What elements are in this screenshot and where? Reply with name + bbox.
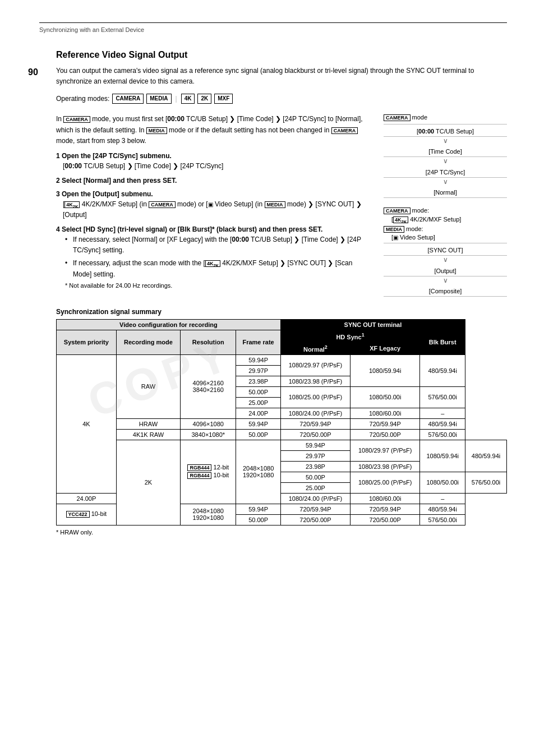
fc-mode1-label: mode — [412, 114, 428, 121]
td-rate: 24.00P — [236, 408, 280, 418]
fc-mode3: MEDIA mode: — [384, 225, 507, 233]
operating-modes-label: Operating modes: — [56, 95, 109, 103]
fc-arrow5: ∨ — [384, 276, 507, 284]
td-rate: 24.00P — [57, 493, 117, 504]
step-2-header: 2 Select [Normal] and then press SET. — [56, 177, 372, 185]
td-res-4k1k: 3840×1080* — [181, 429, 236, 440]
td-blk-50: 576/50.00i — [420, 386, 465, 408]
td-xf-2k-59: 1080/59.94i — [420, 440, 465, 472]
table-row: HRAW 4096×1080 59.94P 720/59.94P 720/59.… — [57, 418, 507, 429]
th-blk-burst: Blk Burst — [420, 330, 465, 354]
td-xf-ycc-50: 720/50.00P — [350, 514, 420, 525]
fc-item-syncout: [SYNC OUT] — [384, 243, 507, 256]
table-title: Synchronization signal summary — [56, 308, 507, 316]
badge-ycc422: YCC422 — [66, 511, 90, 518]
top-rule — [39, 22, 507, 23]
td-normal-2k-24: 1080/24.00 (P/PsF) — [280, 493, 350, 504]
fc-mode3-sub: [▣ Video Setup] — [384, 234, 507, 241]
right-col: CAMERA mode [00:00 TC/UB Setup] ∨ [Time … — [384, 114, 507, 297]
inline-badge-media2: MEDIA — [265, 201, 285, 208]
td-normal-2k-50: 1080/25.00 (P/PsF) — [350, 472, 420, 493]
th-resolution: Resolution — [181, 330, 236, 354]
table-row: 4K1K RAW 3840×1080* 50.00P 720/50.00P 72… — [57, 429, 507, 440]
td-xf-ycc-59: 720/59.94P — [350, 504, 420, 514]
fc-arrow2: ∨ — [384, 157, 507, 165]
table-section: Synchronization signal summary Video con… — [56, 308, 507, 535]
bullet-1: If necessary, select [Normal] or [XF Leg… — [65, 234, 372, 256]
td-ycc422: YCC422 10-bit — [57, 504, 117, 525]
table-row: 4K RAW 4096×21603840×2160 59.94P 1080/29… — [57, 354, 507, 365]
td-rate: 59.94P — [280, 440, 350, 450]
fc-mode1: CAMERA mode — [384, 114, 507, 122]
td-blk-24: – — [420, 408, 465, 418]
td-rate: 25.00P — [236, 397, 280, 408]
page: COPY Synchronizing with an External Devi… — [0, 0, 535, 756]
td-normal-ycc-50: 720/50.00P — [280, 514, 350, 525]
td-normal-2k-59: 1080/29.97 (P/PsF) — [350, 440, 420, 461]
td-rate: 29.97P — [236, 365, 280, 376]
th-sync-out: SYNC OUT terminal — [280, 320, 465, 330]
td-xf-24: 1080/60.00i — [350, 408, 420, 418]
td-rate: 59.94P — [236, 504, 280, 514]
td-xf-5994: 1080/59.94i — [350, 354, 420, 386]
td-normal-ycc-59: 720/59.94P — [280, 504, 350, 514]
td-res-ycc: 2048×10801920×1080 — [181, 504, 236, 525]
step-1-sub: [00:00 TC/UB Setup] ❯ [Time Code] ❯ [24P… — [63, 161, 372, 171]
td-blk: 480/59.94i — [420, 418, 465, 429]
td-rate: 50.00P — [236, 429, 280, 440]
th-xf-legacy: XF Legacy — [350, 342, 420, 354]
td-normal-59: 1080/29.97 (P/PsF) — [280, 354, 350, 376]
td-rate: 50.00P — [236, 514, 280, 525]
fc-arrow4: ∨ — [384, 256, 507, 264]
td-normal: 720/50.00P — [280, 429, 350, 440]
flowchart: CAMERA mode [00:00 TC/UB Setup] ∨ [Time … — [384, 114, 507, 297]
table-footnote: * HRAW only. — [56, 529, 507, 536]
th-normal: Normal2 — [280, 342, 350, 354]
fc-item-timecode: [Time Code] — [384, 145, 507, 157]
th-recording: Recording mode — [116, 330, 180, 354]
td-rate: 23.98P — [280, 461, 350, 472]
badge-media: MEDIA — [146, 94, 171, 104]
td-normal-50: 1080/25.00 (P/PsF) — [280, 386, 350, 408]
step-1-header: 1 Open the [24P TC/Sync] submenu. — [56, 152, 372, 160]
fc-arrow3: ∨ — [384, 178, 507, 186]
fc-item-composite: [Composite] — [384, 284, 507, 297]
main-content: In CAMERA mode, you must first set [00:0… — [56, 114, 507, 297]
fc-badge-camera: CAMERA — [384, 114, 411, 121]
td-hraw: HRAW — [116, 418, 180, 429]
badge-4k: 4K — [181, 94, 195, 104]
td-blk-ycc-50: 576/50.00i — [420, 514, 465, 525]
fc-arrow1: ∨ — [384, 137, 507, 145]
td-4k1k: 4K1K RAW — [116, 429, 180, 440]
step-3-header: 3 Open the [Output] submenu. — [56, 190, 372, 198]
td-rate: 29.97P — [280, 450, 350, 461]
fc-item-tcub: [00:00 TC/UB Setup] — [384, 124, 507, 137]
td-rate: 23.98P — [236, 376, 280, 386]
body-para1: In CAMERA mode, you must first set [00:0… — [56, 114, 372, 146]
td-blk: 576/50.00i — [420, 429, 465, 440]
fc-badge-camera2: CAMERA — [384, 208, 411, 214]
bullet-2: If necessary, adjust the scan mode with … — [65, 258, 372, 280]
table-row: 2K RGB444 12-bitRGB444 10-bit 2048×10801… — [57, 440, 507, 450]
td-raw: RAW — [116, 354, 180, 418]
sync-table: Video configuration for recording SYNC O… — [56, 319, 507, 525]
td-rate: 50.00P — [280, 472, 350, 482]
badge-mxf: MXF — [214, 94, 233, 104]
td-xf: 720/59.94P — [350, 418, 420, 429]
td-2k: 2K — [116, 440, 180, 525]
fc-mode2: CAMERA mode: — [384, 207, 507, 215]
step-4-note: * Not available for 24.00 Hz recordings. — [65, 282, 372, 289]
th-system: System priority — [57, 330, 117, 354]
td-normal-2398: 1080/23.98 (P/PsF) — [280, 376, 350, 386]
step-4-bullets: If necessary, select [Normal] or [XF Leg… — [65, 234, 372, 280]
td-blk-2k-50: 576/50.00i — [465, 472, 507, 493]
td-xf-2k-24: 1080/60.00i — [350, 493, 420, 504]
intro-text: You can output the camera's video signal… — [56, 66, 507, 87]
inline-badge-camera: CAMERA — [63, 116, 90, 123]
td-normal-2k-2398: 1080/23.98 (P/PsF) — [350, 461, 420, 472]
td-rate: 50.00P — [236, 386, 280, 397]
td-res-raw: 4096×21603840×2160 — [181, 354, 236, 418]
th-config: Video configuration for recording — [57, 320, 281, 330]
badge-rgb444-10: RGB444 — [187, 472, 211, 479]
td-4k: 4K — [57, 354, 117, 493]
